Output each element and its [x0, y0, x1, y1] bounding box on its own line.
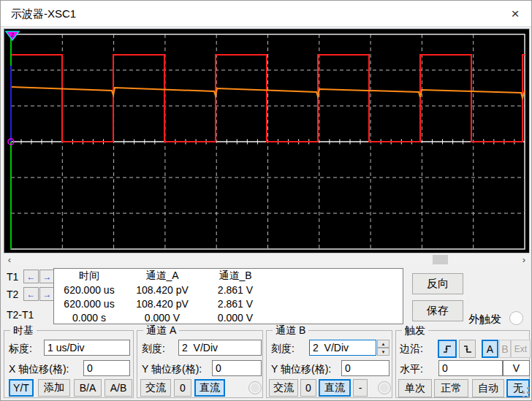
t1-time-value: 620.000 us [54, 284, 124, 296]
channel-a-dc-button[interactable]: 直流 [194, 379, 225, 397]
horizontal-scrollbar[interactable]: ‹ › [4, 254, 530, 265]
channel-b-panel: 通道 B 刻度: ▲ ▼ Y 轴位移(格): 交流 0 直流 - [266, 330, 392, 398]
delta-channel-b-value: 0.000 V [200, 312, 270, 324]
chevron-right-icon: › [522, 254, 525, 265]
channel-a-ypos-input[interactable] [212, 360, 262, 376]
t2-move-right-button[interactable]: → [39, 287, 55, 301]
channel-b-ypos-input[interactable] [341, 360, 390, 376]
trigger-title: 触发 [402, 324, 428, 337]
arrow-left-icon: ← [27, 289, 36, 299]
rising-edge-icon [442, 344, 452, 354]
chevron-left-icon: ‹ [8, 254, 11, 265]
save-button[interactable]: 保存 [412, 300, 463, 321]
t1-move-left-button[interactable]: ← [23, 270, 39, 283]
channel-b-ypos-label: Y 轴位移(格): [271, 363, 331, 376]
time-column-header: 时间 [54, 270, 124, 283]
t1-move-right-button[interactable]: → [39, 270, 55, 283]
rising-edge-button[interactable] [438, 340, 457, 358]
channel-a-title: 通道 A [143, 324, 179, 337]
title-bar[interactable]: 示波器-XSC1 × [1, 1, 531, 27]
delta-channel-a-value: 0.000 V [124, 312, 200, 324]
ext-trigger-led[interactable] [509, 311, 523, 325]
measurement-table: 时间 通道_A 通道_B 620.000 us 108.420 pV 2.861… [53, 268, 403, 324]
scope-plot: 2 [4, 29, 529, 253]
delta-measurement-row: 0.000 s 0.000 V 0.000 V [54, 310, 403, 324]
measurement-header-row: 时间 通道_A 通道_B [54, 269, 403, 283]
arrow-left-icon: ← [27, 272, 36, 282]
close-icon: × [511, 6, 519, 22]
spinner-down-icon: ▼ [381, 350, 386, 354]
timebase-panel: 时基 标度: X 轴位移(格): Y/T 添加 B/A A/B [4, 330, 134, 398]
timebase-xpos-input[interactable] [83, 360, 130, 376]
channel-b-dc-button[interactable]: 直流 [319, 379, 351, 397]
trigger-panel: 触发 边沿: A B Ext 水平: V 单次 正常 自动 无 [395, 330, 530, 398]
add-mode-button[interactable]: 添加 [38, 379, 70, 397]
oscilloscope-window: { "window": { "title": "示波器-XSC1", "clos… [0, 0, 532, 401]
spinner-down-button[interactable]: ▼ [377, 348, 390, 356]
arrow-right-icon: → [43, 272, 52, 282]
channel-a-panel: 通道 A 刻度: Y 轴位移(格): 交流 0 直流 [137, 330, 263, 398]
channel-b-scale-input[interactable] [309, 340, 376, 356]
spinner-up-button[interactable]: ▲ [377, 340, 390, 348]
trigger-level-unit-select[interactable]: V [503, 360, 530, 376]
trigger-edge-label: 边沿: [400, 343, 423, 356]
timebase-xpos-label: X 轴位移(格): [9, 363, 69, 376]
t2-move-left-button[interactable]: ← [23, 287, 39, 301]
scrollbar-thumb[interactable] [433, 255, 448, 264]
channel-b-scale-label: 刻度: [271, 343, 294, 356]
yt-mode-button[interactable]: Y/T [9, 379, 34, 397]
channel-a-zero-button[interactable]: 0 [174, 379, 191, 397]
t2-time-value: 620.000 us [54, 298, 124, 310]
trigger-normal-button[interactable]: 正常 [434, 379, 468, 397]
reverse-button[interactable]: 反向 [412, 273, 463, 294]
ba-mode-button[interactable]: B/A [74, 379, 102, 397]
delta-time-value: 0.000 s [54, 312, 124, 324]
t2-channel-b-value: 2.861 V [200, 298, 270, 310]
trigger-auto-button[interactable]: 自动 [472, 379, 504, 397]
cursor-delta-label: T2-T1 [7, 309, 34, 321]
close-button[interactable]: × [503, 4, 527, 24]
timebase-title: 时基 [10, 324, 37, 337]
scroll-right-button[interactable]: › [518, 254, 530, 265]
falling-edge-button[interactable] [459, 340, 476, 358]
trigger-level-input[interactable] [438, 360, 503, 376]
trigger-source-a-button[interactable]: A [482, 340, 498, 358]
cursor-controls: T1 ← → T2 ← → T2-T1 [4, 267, 52, 326]
t2-channel-a-value: 108.420 pV [124, 298, 200, 310]
trigger-none-button[interactable]: 无 [506, 379, 530, 397]
t2-measurement-row: 620.000 us 108.420 pV 2.861 V [54, 297, 403, 310]
t1-channel-a-value: 108.420 pV [124, 284, 200, 296]
arrow-right-icon: → [43, 289, 52, 299]
timebase-scale-input[interactable] [44, 340, 130, 356]
cursor-flag-number: 2 [11, 31, 15, 38]
t1-measurement-row: 620.000 us 108.420 pV 2.861 V [54, 283, 403, 297]
channel-b-led [378, 381, 391, 394]
channel-b-ac-button[interactable]: 交流 [269, 379, 298, 397]
scope-display[interactable]: 2 [4, 28, 530, 253]
cursor-t1-label: T1 [7, 271, 18, 283]
timebase-scale-label: 标度: [9, 343, 32, 356]
channel-b-minus-button[interactable]: - [353, 379, 368, 397]
trigger-single-button[interactable]: 单次 [398, 379, 432, 397]
channel-b-scale-spinner: ▲ ▼ [377, 340, 390, 356]
channel-b-zero-button[interactable]: 0 [300, 379, 316, 397]
resize-grip[interactable] [527, 396, 529, 398]
falling-edge-icon [463, 344, 473, 354]
channel-a-ac-button[interactable]: 交流 [140, 379, 171, 397]
channel-a-scale-input[interactable] [178, 340, 262, 356]
channel-b-column-header: 通道_B [200, 270, 270, 283]
ab-mode-button[interactable]: A/B [104, 379, 132, 397]
trigger-source-ext-button[interactable]: Ext [511, 340, 531, 358]
trigger-source-b-button[interactable]: B [499, 340, 511, 358]
channel-a-scale-label: 刻度: [142, 343, 165, 356]
ext-trigger-label: 外触发 [468, 313, 501, 326]
channel-a-column-header: 通道_A [124, 270, 200, 283]
scroll-left-button[interactable]: ‹ [4, 254, 15, 265]
cursor-t2-label: T2 [7, 289, 18, 300]
spinner-up-icon: ▲ [381, 342, 386, 346]
window-title: 示波器-XSC1 [11, 7, 76, 21]
channel-b-title: 通道 B [273, 324, 308, 337]
channel-a-led [248, 381, 262, 394]
trigger-level-label: 水平: [400, 363, 423, 376]
t1-channel-b-value: 2.861 V [200, 284, 270, 296]
